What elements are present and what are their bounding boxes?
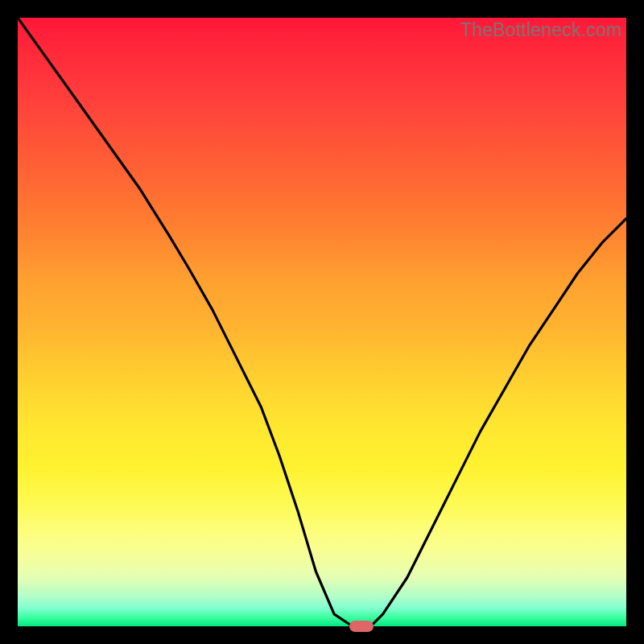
bottleneck-curve	[18, 18, 626, 626]
optimum-marker	[349, 621, 374, 632]
watermark-text: TheBottleneck.com	[460, 19, 621, 41]
chart-plot-area: TheBottleneck.com	[18, 18, 626, 626]
